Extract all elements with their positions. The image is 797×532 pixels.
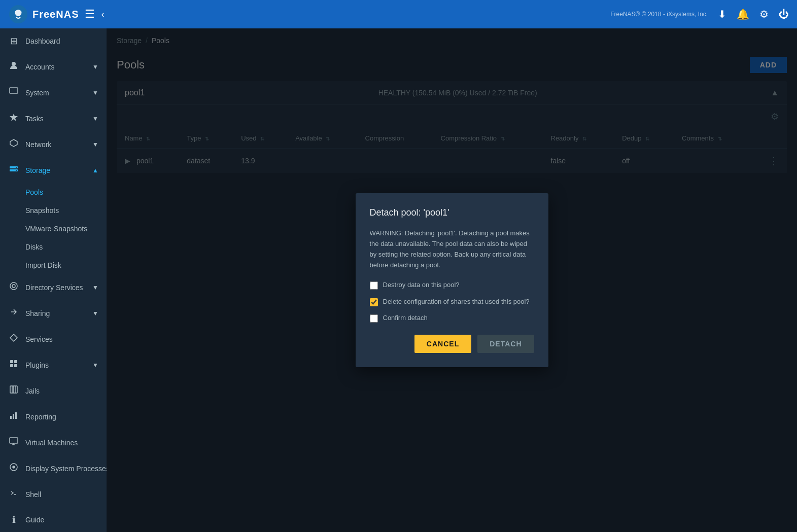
sub-item-label: VMware-Snapshots [25, 225, 87, 233]
svg-rect-15 [14, 364, 17, 367]
hamburger-icon[interactable]: ☰ [85, 8, 95, 21]
svg-point-7 [16, 167, 17, 168]
system-icon [8, 87, 19, 98]
sidebar-item-label: Virtual Machines [25, 439, 78, 447]
app-name: FreeNAS [32, 9, 79, 20]
settings-icon[interactable]: ⚙ [759, 8, 769, 20]
svg-point-8 [16, 170, 17, 171]
sidebar-item-label: Services [25, 335, 53, 343]
display-processes-icon [8, 463, 19, 474]
sub-item-label: Pools [25, 188, 43, 196]
sidebar-sub-item-snapshots[interactable]: Snapshots [0, 201, 107, 220]
sidebar-item-label: Network [25, 140, 51, 149]
sidebar-item-label: Reporting [25, 413, 56, 421]
sidebar-item-accounts[interactable]: Accounts ▼ [0, 54, 107, 80]
sidebar-item-label: Display System Processes [25, 465, 107, 473]
expand-icon: ▼ [92, 310, 98, 317]
sidebar-item-shell[interactable]: Shell [0, 481, 107, 507]
sidebar-item-sharing[interactable]: Sharing ▼ [0, 300, 107, 326]
svg-point-1 [12, 62, 16, 66]
tasks-icon [8, 113, 19, 124]
svg-rect-12 [10, 360, 13, 363]
checkbox-row-3: Confirm detach [370, 313, 534, 323]
expand-icon: ▼ [92, 284, 98, 291]
notification-icon[interactable]: 🔔 [737, 8, 749, 20]
svg-marker-4 [10, 139, 17, 147]
expand-icon: ▼ [92, 141, 98, 148]
destroy-data-label[interactable]: Destroy data on this pool? [383, 280, 460, 290]
guide-icon: ℹ [8, 514, 19, 525]
services-icon [8, 333, 19, 345]
sidebar-item-label: Sharing [25, 309, 50, 317]
svg-rect-21 [13, 414, 14, 419]
sidebar-item-dashboard[interactable]: ⊞ Dashboard [0, 28, 107, 54]
power-icon[interactable]: ⏻ [779, 9, 789, 20]
checkbox-row-2: Delete configuration of shares that used… [370, 297, 534, 306]
dashboard-icon: ⊞ [8, 36, 19, 47]
detach-button[interactable]: DETACH [477, 335, 534, 353]
sidebar-item-label: Accounts [25, 63, 55, 71]
sidebar-item-label: Shell [25, 490, 41, 499]
dialog-warning: WARNING: Detaching 'pool1'. Detaching a … [370, 228, 534, 270]
svg-marker-11 [10, 334, 17, 341]
checkbox-row-1: Destroy data on this pool? [370, 280, 534, 290]
detach-dialog: Detach pool: 'pool1' WARNING: Detaching … [356, 193, 548, 367]
sidebar-item-services[interactable]: Services [0, 326, 107, 352]
sidebar-item-system[interactable]: System ▼ [0, 80, 107, 105]
sidebar-item-label: Storage [25, 166, 50, 174]
cancel-button[interactable]: CANCEL [414, 335, 471, 353]
sidebar-item-display-system-processes[interactable]: Display System Processes [0, 455, 107, 481]
sidebar-item-tasks[interactable]: Tasks ▼ [0, 105, 107, 131]
sidebar-item-plugins[interactable]: Plugins ▼ [0, 352, 107, 378]
sidebar-item-reporting[interactable]: Reporting [0, 404, 107, 430]
sharing-icon [8, 307, 19, 319]
sidebar-item-label: System [25, 89, 49, 97]
sidebar-sub-item-import-disk[interactable]: Import Disk [0, 256, 107, 274]
back-icon[interactable]: ‹ [101, 9, 104, 20]
plugins-icon [8, 359, 19, 371]
svg-rect-13 [14, 360, 17, 363]
download-icon[interactable]: ⬇ [718, 8, 726, 20]
delete-config-checkbox[interactable] [370, 298, 378, 306]
svg-rect-2 [10, 88, 18, 93]
confirm-detach-checkbox[interactable] [370, 314, 378, 323]
sidebar-item-guide[interactable]: ℹ Guide [0, 507, 107, 532]
topbar-left: FreeNAS ☰ ‹ [8, 4, 104, 24]
sidebar-item-virtual-machines[interactable]: Virtual Machines [0, 430, 107, 455]
expand-icon: ▼ [92, 89, 98, 96]
svg-rect-23 [10, 438, 18, 443]
sidebar-sub-item-vmware-snapshots[interactable]: VMware-Snapshots [0, 220, 107, 238]
sidebar-item-label: Plugins [25, 361, 49, 369]
confirm-detach-label[interactable]: Confirm detach [383, 313, 428, 323]
copyright-text: FreeNAS® © 2018 - iXsystems, Inc. [610, 11, 708, 18]
destroy-data-checkbox[interactable] [370, 281, 378, 290]
sidebar-item-storage[interactable]: Storage ▲ [0, 157, 107, 183]
svg-rect-14 [10, 364, 13, 367]
svg-marker-3 [10, 114, 18, 121]
sidebar-item-network[interactable]: Network ▼ [0, 131, 107, 157]
accounts-icon [8, 61, 19, 73]
sidebar: ⊞ Dashboard Accounts ▼ System ▼ Tasks ▼ [0, 28, 107, 532]
directory-services-icon [8, 281, 19, 293]
svg-rect-22 [15, 412, 17, 419]
sidebar-sub-item-pools[interactable]: Pools [0, 183, 107, 201]
dialog-overlay: Detach pool: 'pool1' WARNING: Detaching … [107, 28, 797, 532]
sidebar-item-label: Tasks [25, 115, 44, 123]
sidebar-item-directory-services[interactable]: Directory Services ▼ [0, 274, 107, 300]
sub-item-label: Snapshots [25, 206, 59, 215]
delete-config-label[interactable]: Delete configuration of shares that used… [383, 297, 530, 306]
shell-icon [8, 488, 19, 500]
svg-point-10 [12, 285, 15, 288]
expand-icon: ▼ [92, 362, 98, 369]
storage-icon [8, 164, 19, 176]
sub-item-label: Import Disk [25, 261, 61, 269]
topbar: FreeNAS ☰ ‹ FreeNAS® © 2018 - iXsystems,… [0, 0, 797, 28]
sidebar-sub-item-disks[interactable]: Disks [0, 238, 107, 256]
dialog-title: Detach pool: 'pool1' [370, 207, 534, 218]
expand-icon: ▼ [92, 115, 98, 122]
main-content: Storage / Pools Pools ADD pool1 HEALTHY … [107, 28, 797, 532]
svg-point-25 [13, 466, 15, 468]
svg-rect-20 [10, 416, 12, 419]
sidebar-item-jails[interactable]: Jails [0, 378, 107, 404]
sidebar-item-label: Dashboard [25, 37, 60, 45]
